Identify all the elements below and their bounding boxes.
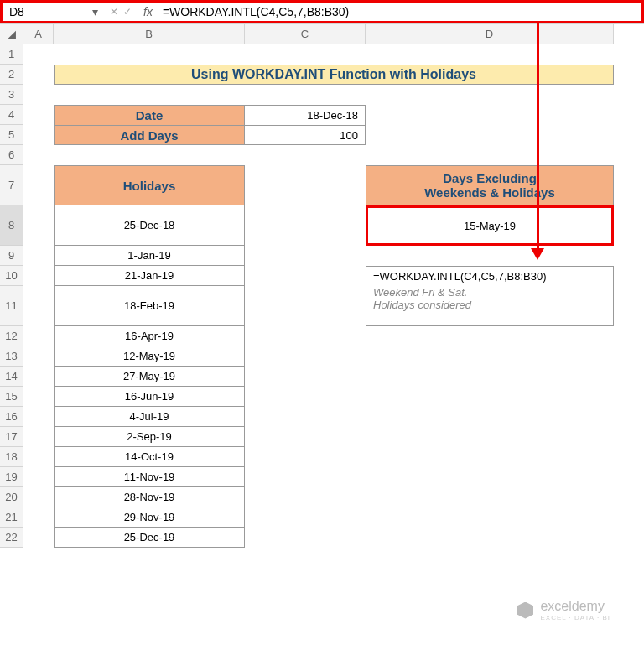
cell[interactable]: [245, 326, 366, 346]
cancel-icon[interactable]: ✕: [110, 6, 118, 18]
cell[interactable]: [245, 286, 366, 326]
row-header[interactable]: 4: [0, 105, 23, 125]
cell[interactable]: [245, 246, 366, 266]
row-header[interactable]: 9: [0, 246, 23, 266]
cell[interactable]: [54, 44, 245, 65]
enter-icon[interactable]: ✓: [123, 6, 132, 18]
cell[interactable]: [23, 266, 54, 286]
cell[interactable]: [366, 125, 614, 145]
name-box-dropdown[interactable]: ▾: [86, 5, 103, 18]
row-header[interactable]: 15: [0, 387, 23, 407]
holiday-cell[interactable]: 16-Jun-19: [54, 387, 245, 407]
cell[interactable]: [366, 367, 614, 387]
cell[interactable]: [23, 286, 54, 326]
select-all-corner[interactable]: ◢: [0, 24, 23, 44]
cell[interactable]: [366, 246, 614, 266]
row-header[interactable]: 10: [0, 266, 23, 286]
cell[interactable]: [245, 346, 366, 367]
cell[interactable]: [366, 487, 614, 507]
row-header[interactable]: 3: [0, 85, 23, 105]
cell[interactable]: [245, 487, 366, 507]
col-header-C[interactable]: C: [245, 24, 366, 44]
row-header[interactable]: 14: [0, 367, 23, 387]
cell[interactable]: [23, 387, 54, 407]
cell[interactable]: [23, 367, 54, 387]
row-header[interactable]: 19: [0, 467, 23, 487]
date-value[interactable]: 18-Dec-18: [245, 105, 366, 125]
cell[interactable]: [23, 507, 54, 528]
cell[interactable]: [23, 447, 54, 467]
holiday-cell[interactable]: 18-Feb-19: [54, 286, 245, 326]
cell[interactable]: [23, 145, 54, 165]
holiday-cell[interactable]: 29-Nov-19: [54, 507, 245, 528]
cell[interactable]: [245, 85, 366, 105]
cell[interactable]: [366, 85, 614, 105]
row-header[interactable]: 8: [0, 205, 23, 246]
cell[interactable]: [245, 205, 366, 246]
row-header[interactable]: 21: [0, 507, 23, 528]
cell[interactable]: [366, 44, 614, 65]
col-header-A[interactable]: A: [23, 24, 54, 44]
cell[interactable]: [23, 125, 54, 145]
cell[interactable]: [54, 145, 245, 165]
formula-note-desc[interactable]: Weekend Fri & Sat. Holidays considered: [366, 286, 614, 326]
row-header[interactable]: 12: [0, 326, 23, 346]
cell[interactable]: [366, 326, 614, 346]
cell[interactable]: [366, 105, 614, 125]
row-header[interactable]: 2: [0, 65, 23, 85]
holiday-cell[interactable]: 21-Jan-19: [54, 266, 245, 286]
row-header[interactable]: 13: [0, 346, 23, 367]
cell[interactable]: [23, 165, 54, 205]
cell[interactable]: [23, 346, 54, 367]
cell[interactable]: [366, 447, 614, 467]
name-box[interactable]: D8: [3, 3, 86, 20]
row-header[interactable]: 6: [0, 145, 23, 165]
holiday-cell[interactable]: 25-Dec-19: [54, 528, 245, 548]
row-header[interactable]: 16: [0, 407, 23, 427]
cell[interactable]: [366, 346, 614, 367]
holiday-cell[interactable]: 28-Nov-19: [54, 487, 245, 507]
row-header[interactable]: 17: [0, 427, 23, 447]
cell[interactable]: [245, 367, 366, 387]
cell[interactable]: [245, 407, 366, 427]
cell[interactable]: [245, 266, 366, 286]
cell[interactable]: [366, 467, 614, 487]
cell[interactable]: [366, 507, 614, 528]
holiday-cell[interactable]: 16-Apr-19: [54, 326, 245, 346]
cell[interactable]: [245, 447, 366, 467]
cell[interactable]: [23, 85, 54, 105]
row-header[interactable]: 1: [0, 44, 23, 65]
cell[interactable]: [23, 427, 54, 447]
row-header[interactable]: 22: [0, 528, 23, 548]
result-cell[interactable]: 15-May-19: [366, 205, 614, 246]
holiday-cell[interactable]: 12-May-19: [54, 346, 245, 367]
cell[interactable]: [366, 407, 614, 427]
cell[interactable]: [245, 145, 366, 165]
cell[interactable]: [23, 205, 54, 246]
row-header[interactable]: 5: [0, 125, 23, 145]
cell[interactable]: [245, 467, 366, 487]
holiday-cell[interactable]: 1-Jan-19: [54, 246, 245, 266]
formula-note[interactable]: =WORKDAY.INTL(C4,C5,7,B8:B30): [366, 266, 614, 286]
cell[interactable]: [366, 427, 614, 447]
cell[interactable]: [245, 387, 366, 407]
cell[interactable]: [366, 528, 614, 548]
cell[interactable]: [245, 528, 366, 548]
cell[interactable]: [23, 487, 54, 507]
cell[interactable]: [23, 326, 54, 346]
spreadsheet-grid[interactable]: ◢ A B C D 1 2 Using WORKDAY.INT Function…: [0, 23, 644, 548]
holiday-cell[interactable]: 25-Dec-18: [54, 205, 245, 246]
row-header[interactable]: 11: [0, 286, 23, 326]
row-header[interactable]: 20: [0, 487, 23, 507]
adddays-value[interactable]: 100: [245, 125, 366, 145]
cell[interactable]: [54, 85, 245, 105]
formula-input[interactable]: =WORKDAY.INTL(C4,C5,7,B8:B30): [158, 3, 641, 20]
cell[interactable]: [23, 407, 54, 427]
fx-icon[interactable]: fx: [138, 5, 158, 18]
cell[interactable]: [23, 528, 54, 548]
holiday-cell[interactable]: 11-Nov-19: [54, 467, 245, 487]
cell[interactable]: [366, 387, 614, 407]
cell[interactable]: [23, 105, 54, 125]
cell[interactable]: [23, 44, 54, 65]
cell[interactable]: [366, 145, 614, 165]
